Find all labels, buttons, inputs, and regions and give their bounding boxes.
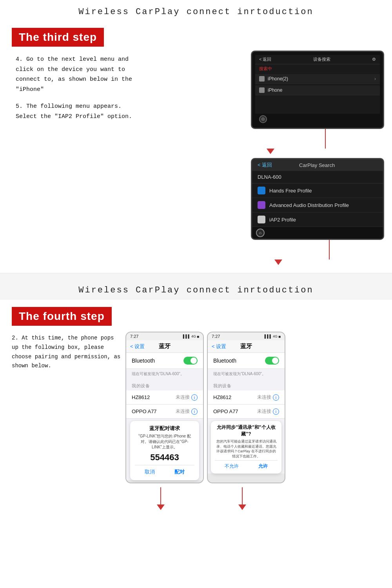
phone2-device2-name: OPPO A77 [213,408,238,414]
phone2-allow-btn[interactable]: 允许 [255,462,271,470]
phone2-vert-arrow [242,487,243,505]
phone2-device2-row: OPPO A77 未连接 i [208,405,285,419]
cs2-item1[interactable]: Hands Free Profile [252,183,383,198]
phone2-bluetooth-toggle[interactable] [265,357,279,365]
phone2-status-bar: 7:27 ▌▌▌ 4G ■ [208,332,285,340]
cs1-item1-icon [259,76,265,82]
fourth-step-badge-container: The fourth step [0,300,392,330]
phone1-nav: < 设置 蓝牙 [126,340,203,353]
cs2-item2[interactable]: Advanced Audio Distribution Profile [252,198,383,212]
cs1-arrow-container [251,129,384,154]
cs1-searching: 搜索中 [255,64,380,73]
phone1-my-devices: 我的设备 [126,379,203,390]
phone2-dialog-body: 您的汽车可能会通过蓝牙请求访问通讯录、电话个人收藏和最近通话。您愿允许该请求吗？… [215,439,278,459]
phone1-sub-text: 现在可被发现为"DLNA-600"。 [126,369,203,379]
phone2-bluetooth-row: Bluetooth [208,353,285,369]
cs1-item1-arrow: › [374,76,376,82]
phone1-device1-name: HZ8612 [132,394,150,400]
cs1-item2-icon [259,87,265,93]
phone1-body: Bluetooth 现在可被发现为"DLNA-600"。 我的设备 HZ8612… [126,353,203,480]
phone1-dialog-buttons: 取消 配对 [135,465,194,476]
section-divider: Wireless CarPlay connect inrtoduction [0,273,392,300]
phone1-dialog-body: "GP-LINK"想与您的 iPhone 配对。请确认此代码已在"GP-LINK… [135,434,194,450]
third-step-section: The third step 4. Go to the next level m… [0,21,392,269]
cs2-item2-label: Advanced Audio Distribution Profile [269,202,349,208]
car-screen-1: < 返回 设备搜索 ⚙ 搜索中 iPhone(2) › [251,51,384,129]
fourth-step-badge: The fourth step [12,307,112,326]
phone1-device1-row: HZ8612 未连接 i [126,390,203,405]
section1-title: Wireless CarPlay connect inrtoduction [0,0,392,21]
phone1-device1-info[interactable]: i [191,394,198,401]
phone2-arrow-col [203,487,281,510]
cs1-item1[interactable]: iPhone(2) › [255,74,380,84]
phone-screen-2: 7:27 ▌▌▌ 4G ■ < 设置 蓝牙 Bluetooth [207,332,285,483]
phone2-back[interactable]: < 设置 [212,343,226,350]
third-step-text: 4. Go to the next level menu and click o… [4,51,145,132]
cs2-bottom-bar: ⌂ [252,227,383,239]
cs2-down-triangle [274,260,282,265]
phone2-cancel-btn[interactable]: 不允许 [221,462,242,470]
phone1-nav-title: 蓝牙 [159,343,171,350]
step2-text: 2. At this time, the phone pops up the f… [12,334,122,371]
car-screen2-container: < 返回 CarPlay Search DLNA-600 Hands Free … [251,158,384,265]
phone1-bluetooth-label: Bluetooth [132,358,155,364]
phone1-time: 7:27 [130,334,138,339]
cs1-down-triangle [267,149,274,154]
phone1-device2-row: OPPO A77 未连接 i [126,405,203,419]
cs1-home-btn[interactable] [259,115,267,123]
cs1-item2[interactable]: iPhone [255,85,380,95]
phone1-device2-status: 未连接 i [176,408,198,415]
phone2-body: Bluetooth 现在可被发现为"DLNA-600"。 我的设备 HZ8612… [208,353,285,474]
cs2-dlna: DLNA-600 [252,171,383,183]
third-step-badge-container: The third step [0,21,392,51]
cs2-topbar: < 返回 CarPlay Search [252,159,383,171]
phone1-device2-name: OPPO A77 [132,408,157,414]
phone1-status-bar: 7:27 ▌▌▌ 4G ■ [126,332,203,340]
cs2-item1-icon [258,187,265,194]
cs2-item1-label: Hands Free Profile [269,188,312,194]
phone1-cancel-btn[interactable]: 取消 [138,468,161,476]
phone2-device1-name: HZ8612 [213,394,231,400]
cs2-arrow-container [251,240,384,265]
phone1-dialog-code: 554463 [135,452,194,463]
phone1-device2-info[interactable]: i [191,408,198,415]
phone2-device1-info[interactable]: i [273,394,279,401]
phone2-bluetooth-label: Bluetooth [213,358,236,364]
phone1-bluetooth-toggle[interactable] [183,357,198,365]
phone1-arrow-col [122,487,200,510]
cs2-item3[interactable]: iAP2 Profile [252,212,383,227]
step4-text: 4. Go to the next level menu and click o… [16,54,138,94]
cs1-item2-label: iPhone [268,87,282,93]
cs2-home-btn[interactable]: ⌂ [256,229,265,237]
phone1-signal: ▌▌▌ 4G ■ [183,334,199,339]
cs2-item3-label: iAP2 Profile [269,217,296,223]
cs1-back: < 返回 [259,56,271,62]
phone1-bluetooth-row: Bluetooth [126,353,203,369]
phone2-nav: < 设置 蓝牙 [208,340,285,353]
phone1-back[interactable]: < 设置 [130,343,145,350]
third-step-content: 4. Go to the next level menu and click o… [0,51,392,265]
phone1-dialog-title: 蓝牙配对请求 [135,425,194,432]
third-step-images: < 返回 设备搜索 ⚙ 搜索中 iPhone(2) › [145,51,388,265]
phone2-device1-status: 未连接 i [257,394,279,401]
car-screen1-container: < 返回 设备搜索 ⚙ 搜索中 iPhone(2) › [251,51,384,154]
cs2-item2-icon [258,201,265,209]
cs1-settings-icon: ⚙ [372,57,376,62]
phone2-down-triangle [238,505,246,510]
car-screen-2: < 返回 CarPlay Search DLNA-600 Hands Free … [251,158,384,240]
third-step-badge: The third step [12,28,104,47]
fourth-step-section: The fourth step 2. At this time, the pho… [0,300,392,510]
phone1-pair-btn[interactable]: 配对 [168,468,191,476]
fourth-arrows-row [122,487,392,510]
phone2-dialog-title: 允许同步"通讯录"和"个人收藏"? [215,424,278,437]
phone2-signal: ▌▌▌ 4G ■ [265,334,281,339]
fourth-step-images: 7:27 ▌▌▌ 4G ■ < 设置 蓝牙 Bluetooth [125,330,392,483]
phone2-device2-info[interactable]: i [273,408,279,415]
phone-screen-1: 7:27 ▌▌▌ 4G ■ < 设置 蓝牙 Bluetooth [125,332,204,483]
section2-title: Wireless CarPlay connect inrtoduction [0,278,392,299]
phone2-my-devices: 我的设备 [208,379,285,390]
cs2-vert-arrow [329,240,330,260]
car-screen1-topbar: < 返回 设备搜索 ⚙ [255,55,380,64]
cs2-title: CarPlay Search [299,162,335,168]
cs2-home-icon: ⌂ [259,231,261,235]
